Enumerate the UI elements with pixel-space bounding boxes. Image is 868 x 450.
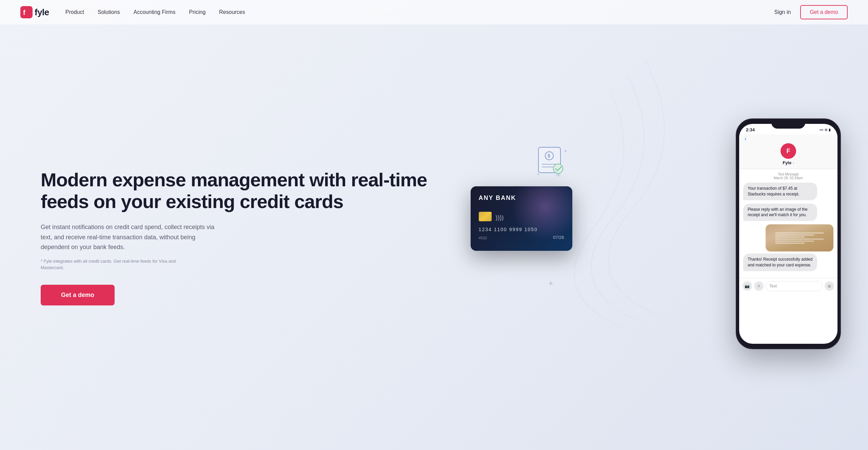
- timestamp-date: March 28, 02:34pm: [743, 176, 833, 180]
- nav-accounting-firms[interactable]: Accounting Firms: [134, 9, 176, 15]
- receipt-lines: [772, 230, 827, 246]
- credit-card: ANY BANK )))) 1234 1100 9999 1050 4532 0…: [471, 186, 572, 251]
- receipt-line-6: [775, 243, 804, 244]
- back-button[interactable]: ‹: [745, 136, 746, 142]
- send-button[interactable]: ⊕: [825, 281, 834, 291]
- nav-pricing[interactable]: Pricing: [189, 9, 205, 15]
- message-row-3: Thanks! Receipt successfully added and m…: [743, 254, 833, 273]
- svg-text:$: $: [548, 153, 550, 158]
- contact-name-row: Fyle ›: [783, 160, 794, 165]
- phone-input-bar: 📷 A Text ⊕: [739, 278, 837, 294]
- hero-subtitle: Get instant notifications on credit card…: [41, 222, 224, 252]
- nav-product[interactable]: Product: [65, 9, 84, 15]
- imessage-header: ‹ F Fyle ›: [739, 134, 837, 169]
- contact-name: Fyle: [783, 160, 791, 165]
- message-timestamp: Text Message March 28, 02:34pm: [743, 172, 833, 180]
- svg-text:✦: ✦: [537, 172, 539, 176]
- card-chip: [479, 212, 492, 221]
- svg-rect-0: [20, 6, 33, 18]
- message-input[interactable]: Text: [766, 281, 823, 291]
- message-bubble-3: Thanks! Receipt successfully added and m…: [743, 254, 817, 271]
- contact-arrow: ›: [793, 161, 794, 165]
- receipt-line-4: [775, 239, 824, 240]
- svg-text:f: f: [23, 9, 25, 16]
- message-row-1: Your transaction of $7.45 at Starbucks r…: [743, 183, 833, 202]
- receipt-line-2: [775, 235, 814, 236]
- phone-notch: [771, 119, 805, 129]
- receipt-line-5: [775, 241, 814, 242]
- logo-link[interactable]: f fyle: [20, 6, 49, 18]
- receipt-icon-decoration: $ ∞ ✦ ✦: [535, 146, 576, 181]
- nav-solutions[interactable]: Solutions: [98, 9, 120, 15]
- receipt-line-3: [775, 237, 804, 238]
- signal-icon: ▪▪▪: [820, 128, 823, 132]
- memoji-icon[interactable]: A: [754, 281, 764, 291]
- card-expiry: 07/28: [553, 235, 564, 240]
- decorative-plus: +: [549, 279, 553, 288]
- message-bubble-1: Your transaction of $7.45 at Starbucks r…: [743, 183, 817, 200]
- hero-illustration: $ ∞ ✦ ✦ ANY BANK ))): [460, 118, 848, 356]
- logo-text: fyle: [35, 7, 49, 18]
- battery-icon: ▮: [829, 128, 831, 132]
- hero-content: Modern expense management with real-time…: [41, 169, 460, 305]
- receipt-svg: $ ∞ ✦ ✦: [535, 146, 576, 180]
- card-bottom: 4532 07/28: [479, 235, 564, 240]
- fyle-logo-icon: f: [20, 6, 33, 18]
- nav-links: Product Solutions Accounting Firms Prici…: [65, 9, 774, 15]
- camera-icon[interactable]: 📷: [743, 281, 752, 291]
- messages-area: Text Message March 28, 02:34pm Your tran…: [739, 169, 837, 278]
- input-placeholder: Text: [769, 284, 777, 288]
- card-contactless-icon: )))): [496, 214, 504, 221]
- hero-section: Modern expense management with real-time…: [0, 24, 868, 450]
- nav-resources[interactable]: Resources: [219, 9, 245, 15]
- fyle-avatar: F: [781, 143, 796, 159]
- sign-in-link[interactable]: Sign in: [774, 9, 791, 15]
- card-bank-name: ANY BANK: [479, 194, 564, 202]
- message-row-2: Please reply with an image of the receip…: [743, 204, 833, 223]
- phone-mockup: 2:34 ▪▪▪ ⊙ ▮ ‹ F Fyle ›: [736, 118, 841, 349]
- svg-text:✦: ✦: [564, 149, 567, 153]
- card-small-number: 4532: [479, 236, 487, 240]
- svg-text:∞: ∞: [556, 171, 560, 178]
- get-demo-button-nav[interactable]: Get a demo: [800, 5, 848, 19]
- navbar: f fyle Product Solutions Accounting Firm…: [0, 0, 868, 24]
- message-bubble-2: Please reply with an image of the receip…: [743, 204, 817, 221]
- avatar-letter: F: [786, 148, 790, 155]
- hero-title: Modern expense management with real-time…: [41, 169, 460, 213]
- phone-screen: 2:34 ▪▪▪ ⊙ ▮ ‹ F Fyle ›: [739, 124, 837, 344]
- get-demo-button-hero[interactable]: Get a demo: [41, 285, 115, 305]
- hero-note: * Fyle integrates with all credit cards.…: [41, 258, 190, 271]
- status-time: 2:34: [746, 127, 755, 132]
- status-icons: ▪▪▪ ⊙ ▮: [820, 128, 831, 132]
- timestamp-label: Text Message: [743, 172, 833, 176]
- card-number: 1234 1100 9999 1050: [479, 227, 564, 232]
- receipt-line-1: [775, 232, 824, 233]
- nav-actions: Sign in Get a demo: [774, 5, 848, 19]
- wifi-icon: ⊙: [825, 128, 827, 132]
- receipt-image: [766, 224, 833, 251]
- receipt-image-message: [766, 224, 833, 251]
